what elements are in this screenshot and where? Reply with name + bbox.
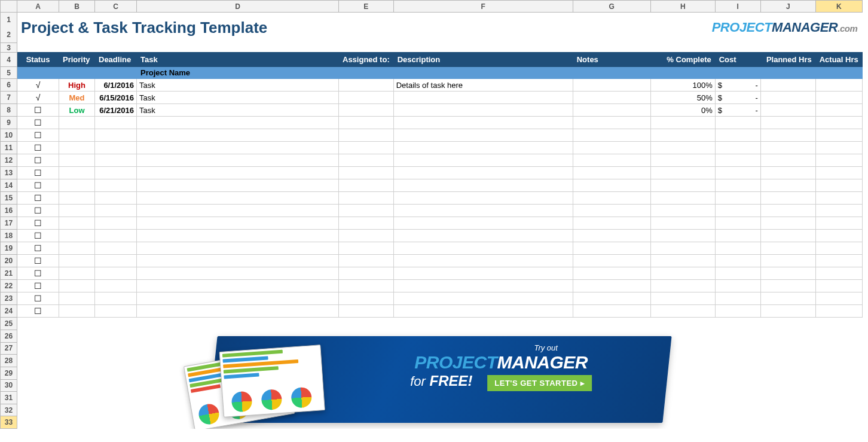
cell-actual-hrs[interactable] — [815, 217, 862, 230]
cell-deadline[interactable] — [95, 142, 137, 154]
cell-task[interactable] — [137, 192, 339, 205]
cell-priority[interactable] — [59, 167, 95, 179]
cell-status[interactable]: ☐ — [17, 292, 59, 305]
cell-cost[interactable] — [715, 255, 760, 267]
row-header-17[interactable]: 17 — [1, 217, 17, 230]
cell-priority[interactable] — [59, 280, 95, 292]
row-header-7[interactable]: 7 — [1, 92, 17, 104]
col-header-F[interactable]: F — [393, 1, 573, 13]
cell-cost[interactable] — [715, 230, 760, 242]
cell-priority[interactable] — [59, 267, 95, 280]
cell-description[interactable] — [393, 192, 573, 205]
cell-planned-hrs[interactable] — [760, 205, 815, 217]
cell-cost[interactable] — [715, 305, 760, 318]
cell-assigned[interactable] — [339, 117, 394, 129]
row-header-5[interactable]: 5 — [1, 67, 17, 79]
cell-pct-complete[interactable]: 0% — [650, 104, 715, 117]
cell-status[interactable]: √ — [17, 92, 59, 104]
cell-actual-hrs[interactable] — [815, 205, 862, 217]
cell-notes[interactable] — [573, 305, 650, 318]
cell-planned-hrs[interactable] — [760, 129, 815, 142]
cell-description[interactable] — [393, 292, 573, 305]
cell-planned-hrs[interactable] — [760, 154, 815, 167]
row-header-33[interactable]: 33 — [1, 416, 17, 429]
cell-assigned[interactable] — [339, 192, 394, 205]
cell-planned-hrs[interactable] — [760, 217, 815, 230]
cell-deadline[interactable] — [95, 179, 137, 192]
cell-cost[interactable] — [715, 217, 760, 230]
cell-actual-hrs[interactable] — [815, 305, 862, 318]
cell-planned-hrs[interactable] — [760, 79, 815, 92]
row-header-31[interactable]: 31 — [1, 392, 17, 404]
cell-assigned[interactable] — [339, 255, 394, 267]
cell-planned-hrs[interactable] — [760, 267, 815, 280]
cell-cost[interactable] — [715, 167, 760, 179]
cell-pct-complete[interactable] — [650, 117, 715, 129]
cell-status[interactable]: ☐ — [17, 230, 59, 242]
cell-cost[interactable] — [715, 292, 760, 305]
cell-status[interactable]: ☐ — [17, 217, 59, 230]
cell-pct-complete[interactable] — [650, 230, 715, 242]
cell-cost[interactable] — [715, 179, 760, 192]
cell-pct-complete[interactable] — [650, 129, 715, 142]
cell-notes[interactable] — [573, 117, 650, 129]
cell-assigned[interactable] — [339, 292, 394, 305]
cell-actual-hrs[interactable] — [815, 179, 862, 192]
cell-cost[interactable]: $- — [715, 79, 760, 92]
cell-cost[interactable] — [715, 280, 760, 292]
row-header-29[interactable]: 29 — [1, 367, 17, 379]
cell-actual-hrs[interactable] — [815, 142, 862, 154]
cell-cost[interactable]: $- — [715, 104, 760, 117]
cell-task[interactable]: Task — [137, 104, 339, 117]
cell-status[interactable]: ☐ — [17, 104, 59, 117]
row-header-20[interactable]: 20 — [1, 255, 17, 267]
cell-actual-hrs[interactable] — [815, 267, 862, 280]
cell-actual-hrs[interactable] — [815, 92, 862, 104]
cell-notes[interactable] — [573, 129, 650, 142]
cell-description[interactable] — [393, 179, 573, 192]
cell-pct-complete[interactable] — [650, 267, 715, 280]
cell-description[interactable] — [393, 129, 573, 142]
cell-priority[interactable] — [59, 305, 95, 318]
cell-priority[interactable] — [59, 179, 95, 192]
cell-notes[interactable] — [573, 79, 650, 92]
cell-actual-hrs[interactable] — [815, 167, 862, 179]
cell-pct-complete[interactable] — [650, 192, 715, 205]
cell-description[interactable] — [393, 242, 573, 255]
cell-assigned[interactable] — [339, 129, 394, 142]
cell-notes[interactable] — [573, 205, 650, 217]
row-header-8[interactable]: 8 — [1, 104, 17, 117]
cell-planned-hrs[interactable] — [760, 179, 815, 192]
cell-description[interactable] — [393, 217, 573, 230]
cell-description[interactable]: Details of task here — [393, 79, 573, 92]
cell-pct-complete[interactable] — [650, 292, 715, 305]
cell-notes[interactable] — [573, 280, 650, 292]
cell-status[interactable]: ☐ — [17, 242, 59, 255]
cell-description[interactable] — [393, 230, 573, 242]
cell-deadline[interactable] — [95, 305, 137, 318]
cell-assigned[interactable] — [339, 79, 394, 92]
cell-status[interactable]: ☐ — [17, 267, 59, 280]
cell-assigned[interactable] — [339, 242, 394, 255]
cell-planned-hrs[interactable] — [760, 104, 815, 117]
cell-priority[interactable] — [59, 205, 95, 217]
cell-notes[interactable] — [573, 154, 650, 167]
cell-notes[interactable] — [573, 92, 650, 104]
cell-priority[interactable] — [59, 129, 95, 142]
cell-task[interactable] — [137, 242, 339, 255]
cell-description[interactable] — [393, 255, 573, 267]
cell-priority[interactable]: Med — [59, 92, 95, 104]
cell-notes[interactable] — [573, 167, 650, 179]
cell-description[interactable] — [393, 142, 573, 154]
cell-assigned[interactable] — [339, 280, 394, 292]
cell-pct-complete[interactable] — [650, 217, 715, 230]
cell-status[interactable]: ☐ — [17, 142, 59, 154]
cell-priority[interactable] — [59, 154, 95, 167]
col-header-I[interactable]: I — [715, 1, 760, 13]
cell-task[interactable] — [137, 255, 339, 267]
row-header-26[interactable]: 26 — [1, 330, 17, 343]
cell-assigned[interactable] — [339, 104, 394, 117]
cell-task[interactable] — [137, 167, 339, 179]
cell-planned-hrs[interactable] — [760, 292, 815, 305]
cell-pct-complete[interactable] — [650, 280, 715, 292]
